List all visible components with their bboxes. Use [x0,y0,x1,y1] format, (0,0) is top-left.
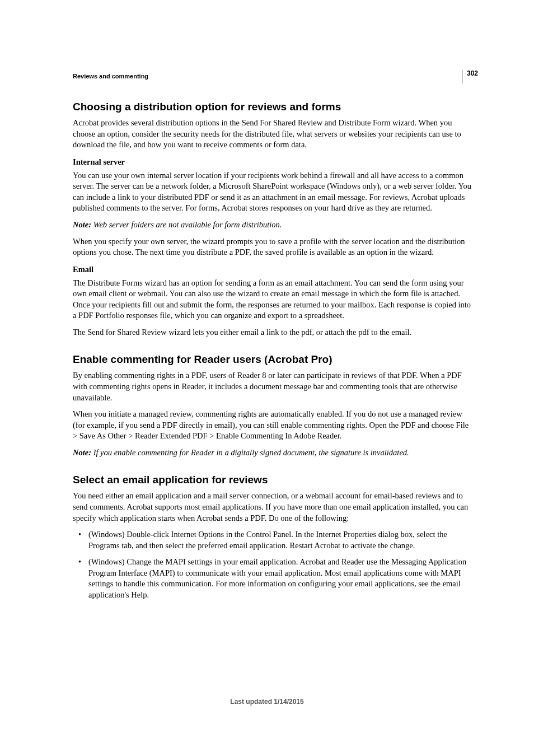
body-text: Acrobat provides several distribution op… [73,118,472,151]
page-body: Reviews and commenting Choosing a distri… [0,0,534,600]
subhead-email: Email [73,265,472,274]
heading-enable-commenting: Enable commenting for Reader users (Acro… [73,353,472,366]
list-item: (Windows) Double-click Internet Options … [73,529,472,551]
note-body: Web server folders are not available for… [91,220,282,229]
heading-distribution: Choosing a distribution option for revie… [73,101,472,113]
body-text: When you initiate a managed review, comm… [73,409,472,442]
note-body: If you enable commenting for Reader in a… [91,448,409,457]
body-text: You need either an email application and… [73,491,472,524]
list-item: (Windows) Change the MAPI settings in yo… [73,557,472,600]
body-text: By enabling commenting rights in a PDF, … [73,370,472,403]
heading-select-email-app: Select an email application for reviews [73,474,472,486]
page-number: 302 [462,70,478,83]
body-text: When you specify your own server, the wi… [73,236,472,258]
note-text: Note: Web server folders are not availab… [73,220,472,231]
note-label: Note: [73,448,91,457]
body-text: The Send for Shared Review wizard lets y… [73,327,472,338]
footer-last-updated: Last updated 1/14/2015 [0,698,534,706]
body-text: The Distribute Forms wizard has an optio… [73,278,472,321]
body-text: You can use your own internal server loc… [73,170,472,214]
running-header: Reviews and commenting [73,73,472,80]
subhead-internal-server: Internal server [73,157,472,167]
note-label: Note: [73,220,91,229]
note-text: Note: If you enable commenting for Reade… [73,447,472,459]
bullet-list: (Windows) Double-click Internet Options … [73,529,472,600]
